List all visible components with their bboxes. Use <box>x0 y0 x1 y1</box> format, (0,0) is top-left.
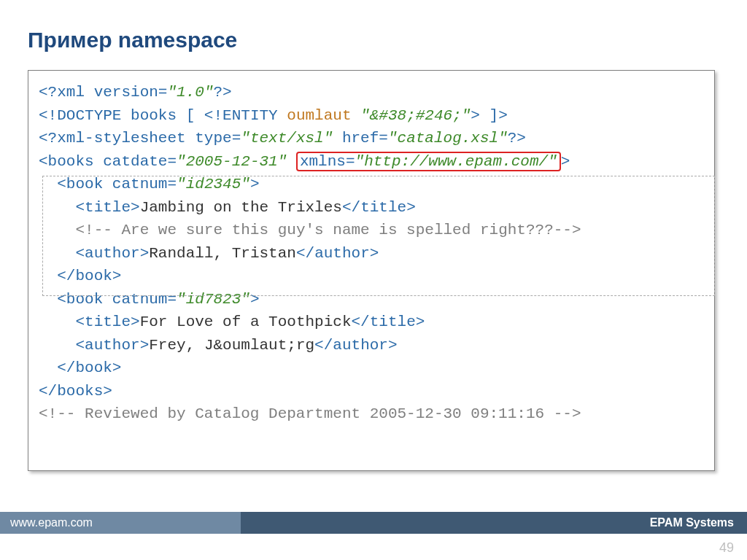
xmlns-highlight: xmlns="http://www.epam.com/" <box>296 152 561 171</box>
code-line-15: <!-- Reviewed by Catalog Department 2005… <box>39 405 581 422</box>
footer-url: www.epam.com <box>0 512 241 534</box>
code-line-12: <author>Frey, J&oumlaut;rg</author> <box>39 337 398 354</box>
page-number: 49 <box>719 540 734 556</box>
slide-title: Пример namespace <box>28 28 237 52</box>
code-line-3: <?xml-stylesheet type="text/xsl" href="c… <box>39 130 526 147</box>
code-line-8: <author>Randall, Tristan</author> <box>39 245 379 262</box>
code-line-13: </book> <box>39 359 121 376</box>
footer-mid <box>241 512 547 534</box>
footer-company: EPAM Systems <box>547 512 747 534</box>
code-line-10: <book catnum="id7823"> <box>39 291 260 308</box>
code-line-11: <title>For Love of a Toothpick</title> <box>39 314 425 330</box>
code-line-7: <!-- Are we sure this guy's name is spel… <box>39 222 581 238</box>
code-line-5: <book catnum="id2345"> <box>39 176 260 192</box>
code-line-2: <!DOCTYPE books [ <!ENTITY oumlaut "&#38… <box>39 107 508 124</box>
slide: Пример namespace <?xml version="1.0"?> <… <box>0 0 747 560</box>
code-line-9: </book> <box>39 268 121 284</box>
code-line-6: <title>Jambing on the Trixles</title> <box>39 199 416 216</box>
code-block: <?xml version="1.0"?> <!DOCTYPE books [ … <box>28 70 715 471</box>
code-line-1: <?xml version="1.0"?> <box>39 84 232 101</box>
footer-bar: www.epam.com EPAM Systems <box>0 512 747 534</box>
code-line-4: <books catdate="2005-12-31" xmlns="http:… <box>39 152 570 171</box>
code-line-14: </books> <box>39 383 112 400</box>
